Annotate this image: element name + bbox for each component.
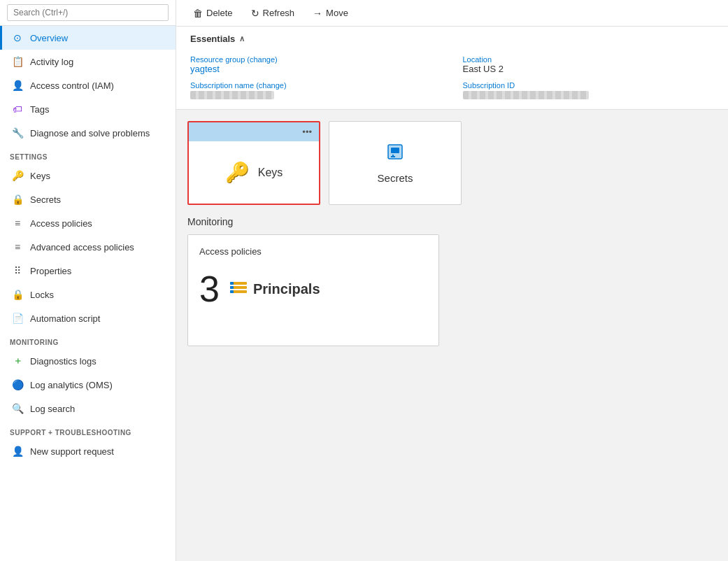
keys-tile-header: ••• bbox=[189, 122, 319, 141]
delete-icon: 🗑 bbox=[193, 8, 203, 19]
principals-icon bbox=[229, 278, 248, 300]
sidebar-item-label: Tags bbox=[30, 104, 49, 115]
essentials-title: Essentials bbox=[190, 34, 235, 44]
automation-icon: 📄 bbox=[12, 313, 23, 324]
sidebar-item-label: Log analytics (OMS) bbox=[30, 380, 113, 390]
sidebar-item-label: Log search bbox=[30, 404, 75, 414]
sidebar-item-log-search[interactable]: 🔍 Log search bbox=[0, 397, 176, 420]
access-policy-body: 3 Principals bbox=[199, 271, 427, 307]
keys-icon: 🔑 bbox=[12, 170, 23, 181]
monitoring-section: Monitoring Access policies 3 bbox=[187, 216, 717, 346]
delete-label: Delete bbox=[206, 8, 233, 18]
access-policy-title: Access policies bbox=[199, 246, 427, 257]
search-input[interactable] bbox=[7, 4, 169, 21]
secrets-icon: 🔒 bbox=[12, 194, 23, 205]
sidebar-item-overview[interactable]: ⊙ Overview bbox=[0, 26, 176, 50]
keys-tile[interactable]: ••• 🔑 Keys bbox=[187, 121, 320, 205]
svg-rect-9 bbox=[230, 290, 234, 293]
search-box[interactable] bbox=[0, 0, 176, 26]
location-label: Location bbox=[463, 55, 715, 64]
location-field: Location East US 2 bbox=[463, 51, 715, 74]
sidebar-item-secrets[interactable]: 🔒 Secrets bbox=[0, 187, 176, 211]
overview-icon: ⊙ bbox=[12, 32, 23, 43]
sidebar-item-advanced-access-policies[interactable]: ≡ Advanced access policies bbox=[0, 235, 176, 259]
move-icon: → bbox=[313, 8, 322, 19]
sidebar-item-label: Locks bbox=[30, 290, 54, 300]
sidebar-item-automation-script[interactable]: 📄 Automation script bbox=[0, 306, 176, 330]
keys-tile-menu-icon[interactable]: ••• bbox=[302, 127, 312, 137]
monitoring-label: Monitoring bbox=[187, 216, 717, 227]
sidebar-item-new-support-request[interactable]: 👤 New support request bbox=[0, 439, 176, 463]
tiles-row: ••• 🔑 Keys bbox=[187, 121, 717, 205]
secrets-tile-icon bbox=[385, 142, 405, 166]
main-content: 🗑 Delete ↻ Refresh → Move Essentials ∧ R… bbox=[176, 0, 728, 561]
settings-section-label: SETTINGS bbox=[0, 145, 176, 164]
iam-icon: 👤 bbox=[12, 80, 23, 91]
sidebar-item-label: Overview bbox=[30, 33, 68, 43]
sidebar-item-label: Keys bbox=[30, 171, 50, 181]
delete-button[interactable]: 🗑 Delete bbox=[186, 5, 240, 22]
resource-group-value[interactable]: yagtest bbox=[190, 64, 442, 74]
refresh-icon: ↻ bbox=[251, 8, 259, 19]
support-icon: 👤 bbox=[12, 446, 23, 457]
diagnose-icon: 🔧 bbox=[12, 127, 23, 139]
subscription-name-field: Subscription name (change) bbox=[190, 77, 442, 99]
sidebar-item-log-analytics[interactable]: 🔵 Log analytics (OMS) bbox=[0, 373, 176, 397]
refresh-button[interactable]: ↻ Refresh bbox=[244, 5, 302, 22]
toolbar: 🗑 Delete ↻ Refresh → Move bbox=[176, 0, 728, 27]
secrets-tile-label: Secrets bbox=[378, 172, 413, 184]
essentials-grid: Resource group (change) yagtest Location… bbox=[190, 51, 714, 99]
properties-icon: ⠿ bbox=[12, 265, 23, 276]
diagnostics-icon: ＋ bbox=[12, 355, 23, 367]
sidebar-item-diagnostics-logs[interactable]: ＋ Diagnostics logs bbox=[0, 349, 176, 373]
essentials-section: Essentials ∧ Resource group (change) yag… bbox=[176, 27, 728, 110]
resource-group-label[interactable]: Resource group (change) bbox=[190, 55, 442, 64]
sidebar-item-access-control[interactable]: 👤 Access control (IAM) bbox=[0, 73, 176, 97]
sidebar-item-label: Activity log bbox=[30, 57, 73, 67]
secrets-tile[interactable]: Secrets bbox=[329, 121, 462, 205]
access-policy-count: 3 bbox=[199, 271, 220, 307]
sidebar-item-label: Automation script bbox=[30, 313, 100, 324]
log-analytics-icon: 🔵 bbox=[12, 379, 23, 390]
svg-rect-8 bbox=[230, 286, 234, 289]
move-button[interactable]: → Move bbox=[306, 5, 355, 22]
sidebar-item-label: Secrets bbox=[30, 194, 61, 205]
sidebar-item-label: New support request bbox=[30, 446, 114, 457]
advanced-access-icon: ≡ bbox=[12, 241, 23, 253]
essentials-chevron-icon[interactable]: ∧ bbox=[239, 34, 245, 43]
sidebar-item-access-policies[interactable]: ≡ Access policies bbox=[0, 211, 176, 235]
keys-tile-icon: 🔑 bbox=[225, 161, 250, 184]
svg-rect-3 bbox=[391, 156, 395, 157]
secrets-tile-body: Secrets bbox=[329, 122, 461, 204]
log-search-icon: 🔍 bbox=[12, 403, 23, 414]
subscription-name-label[interactable]: Subscription name (change) bbox=[190, 81, 442, 90]
sidebar: ⊙ Overview 📋 Activity log 👤 Access contr… bbox=[0, 0, 176, 561]
location-value: East US 2 bbox=[463, 64, 715, 74]
access-policies-icon: ≡ bbox=[12, 218, 23, 229]
subscription-name-value bbox=[190, 91, 274, 99]
sidebar-item-diagnose[interactable]: 🔧 Diagnose and solve problems bbox=[0, 121, 176, 145]
sidebar-item-label: Diagnostics logs bbox=[30, 356, 97, 367]
principals-group: Principals bbox=[229, 278, 320, 300]
subscription-id-field: Subscription ID bbox=[463, 77, 715, 99]
keys-tile-label: Keys bbox=[258, 166, 283, 179]
subscription-id-value bbox=[463, 91, 589, 99]
subscription-id-label: Subscription ID bbox=[463, 81, 715, 90]
keys-tile-body: 🔑 Keys bbox=[189, 141, 319, 204]
sidebar-item-properties[interactable]: ⠿ Properties bbox=[0, 259, 176, 283]
sidebar-item-label: Properties bbox=[30, 266, 71, 276]
sidebar-item-label: Diagnose and solve problems bbox=[30, 128, 150, 139]
essentials-header: Essentials ∧ bbox=[190, 34, 714, 44]
access-policy-tile[interactable]: Access policies 3 bbox=[187, 234, 439, 346]
content-area: ••• 🔑 Keys bbox=[176, 110, 728, 561]
refresh-label: Refresh bbox=[263, 8, 295, 18]
sidebar-item-keys[interactable]: 🔑 Keys bbox=[0, 164, 176, 187]
sidebar-item-label: Access policies bbox=[30, 218, 92, 229]
sidebar-item-label: Access control (IAM) bbox=[30, 80, 114, 91]
sidebar-item-activity-log[interactable]: 📋 Activity log bbox=[0, 50, 176, 73]
principals-label: Principals bbox=[253, 281, 320, 297]
sidebar-item-tags[interactable]: 🏷 Tags bbox=[0, 97, 176, 121]
sidebar-item-locks[interactable]: 🔒 Locks bbox=[0, 283, 176, 306]
monitoring-section-label: MONITORING bbox=[0, 330, 176, 349]
resource-group-field: Resource group (change) yagtest bbox=[190, 51, 442, 74]
